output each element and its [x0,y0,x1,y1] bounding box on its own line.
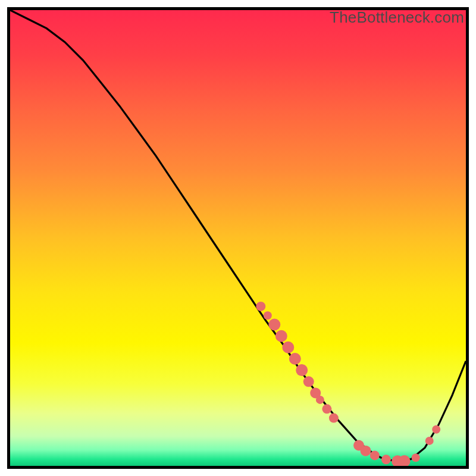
data-marker [412,453,420,462]
data-marker [329,414,339,423]
data-marker [275,330,287,342]
data-marker [264,311,272,320]
bottleneck-chart [10,10,466,466]
data-marker [381,455,391,464]
data-marker [268,319,280,331]
data-marker [361,446,371,456]
data-marker [303,376,314,387]
heat-background [10,10,466,466]
data-marker [432,425,440,434]
data-marker [256,302,265,311]
data-marker [425,437,434,445]
data-marker [322,404,331,414]
watermark-label: TheBottleneck.com [330,8,464,27]
data-marker [282,342,294,353]
data-marker [370,450,380,460]
data-marker [289,353,301,365]
data-marker [296,364,308,376]
data-marker [316,396,324,404]
chart-frame [7,7,469,469]
